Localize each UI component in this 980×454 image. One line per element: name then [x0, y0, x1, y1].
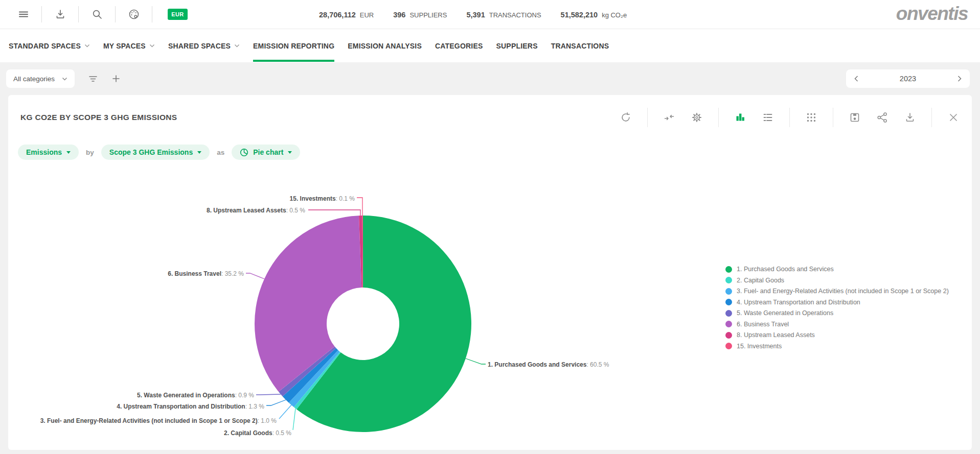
widget-title: KG CO2E BY SCOPE 3 GHG EMISSIONS: [20, 113, 177, 122]
legend-color-dot: [725, 288, 732, 295]
tab-my-spaces[interactable]: MY SPACES: [103, 29, 155, 62]
topbar: EUR 28,706,112 EUR 396 SUPPLIERS 5,391 T…: [0, 0, 980, 29]
main-nav: STANDARD SPACES MY SPACES SHARED SPACES …: [0, 29, 980, 62]
divider: [833, 108, 833, 127]
refresh-button[interactable]: [620, 111, 632, 124]
divider: [789, 108, 790, 127]
share-icon: [876, 111, 888, 124]
chevron-right-icon: [958, 76, 962, 82]
legend-label: 1. Purchased Goods and Services: [737, 266, 834, 273]
list-view-button[interactable]: [762, 111, 774, 124]
bar-chart-icon: [734, 111, 746, 124]
active-tab-underline: [253, 60, 334, 62]
download-button[interactable]: [42, 0, 78, 29]
chart-view-button[interactable]: [734, 111, 746, 124]
grid-view-button[interactable]: [805, 111, 817, 124]
legend-color-dot: [725, 266, 732, 273]
legend-label: 2. Capital Goods: [737, 277, 784, 284]
divider: [152, 6, 152, 22]
dimension-dropdown[interactable]: Scope 3 GHG Emissions: [101, 145, 210, 160]
settings-button[interactable]: [691, 111, 703, 124]
legend-label: 8. Upstream Leased Assets: [737, 331, 815, 339]
connector-by: by: [86, 149, 94, 156]
chevron-down-icon: [234, 44, 240, 47]
year-label: 2023: [900, 75, 916, 83]
tab-emission-reporting[interactable]: EMISSION REPORTING: [253, 29, 334, 62]
connector-as: as: [217, 149, 224, 156]
onventis-logo: onventis: [896, 3, 968, 25]
chevron-down-icon: [62, 77, 67, 81]
measure-dropdown[interactable]: Emissions: [18, 145, 79, 160]
legend-item[interactable]: 8. Upstream Leased Assets: [725, 331, 949, 339]
stat-co2e: 51,582,210 kg CO₂e: [561, 11, 627, 19]
widget-header: KG CO2E BY SCOPE 3 GHG EMISSIONS: [8, 95, 972, 140]
save-button[interactable]: [849, 111, 861, 124]
legend-label: 15. Investments: [737, 343, 782, 350]
close-icon: [947, 111, 960, 124]
stats-bar: 28,706,112 EUR 396 SUPPLIERS 5,391 TRANS…: [319, 0, 627, 29]
menu-button[interactable]: [5, 0, 41, 29]
collapse-button[interactable]: [663, 111, 675, 124]
legend-item[interactable]: 5. Waste Generated in Operations: [725, 309, 949, 317]
share-button[interactable]: [876, 111, 888, 124]
download-icon: [904, 111, 916, 124]
legend-item[interactable]: 3. Fuel- and Energy-Related Activities (…: [725, 288, 949, 295]
pie-chart-icon: [240, 148, 248, 157]
chevron-down-icon: [149, 44, 155, 47]
prev-year-button[interactable]: [854, 76, 858, 82]
search-button[interactable]: [79, 0, 115, 29]
download-widget-button[interactable]: [904, 111, 916, 124]
widget-toolbar: [620, 108, 960, 127]
legend-item[interactable]: 2. Capital Goods: [725, 277, 949, 284]
legend-color-dot: [725, 321, 732, 327]
divider: [647, 108, 648, 127]
divider: [931, 108, 932, 127]
query-builder: Emissions by Scope 3 GHG Emissions as Pi…: [8, 145, 972, 160]
legend-color-dot: [725, 310, 732, 317]
legend-item[interactable]: 4. Upstream Transportation and Distribut…: [725, 299, 949, 306]
legend-item[interactable]: 1. Purchased Goods and Services: [725, 266, 949, 273]
grid-dots-icon: [805, 111, 817, 124]
chevron-down-icon: [197, 151, 201, 154]
category-dropdown[interactable]: All categories: [6, 69, 75, 88]
download-icon: [54, 8, 66, 20]
list-icon: [762, 111, 774, 124]
year-selector: 2023: [846, 69, 970, 88]
close-widget-button[interactable]: [947, 111, 960, 124]
chevron-down-icon: [66, 151, 71, 154]
palette-icon: [128, 8, 140, 20]
theme-palette-button[interactable]: [116, 0, 152, 29]
chart-type-dropdown[interactable]: Pie chart: [232, 145, 300, 160]
stat-spend: 28,706,112 EUR: [319, 11, 374, 19]
add-widget-button[interactable]: [111, 74, 121, 83]
legend-item[interactable]: 15. Investments: [725, 343, 949, 350]
stat-suppliers: 396 SUPPLIERS: [393, 11, 447, 19]
legend-label: 6. Business Travel: [737, 321, 789, 328]
tab-emission-analysis[interactable]: EMISSION ANALYSIS: [348, 29, 422, 62]
gear-icon: [691, 111, 703, 124]
menu-icon: [17, 8, 30, 20]
legend-label: 5. Waste Generated in Operations: [737, 309, 833, 317]
next-year-button[interactable]: [958, 76, 962, 82]
tab-categories[interactable]: CATEGORIES: [435, 29, 483, 62]
tab-suppliers[interactable]: SUPPLIERS: [496, 29, 538, 62]
legend-color-dot: [725, 332, 732, 339]
stat-transactions: 5,391 TRANSACTIONS: [466, 11, 541, 19]
collapse-arrows-icon: [663, 111, 675, 124]
tab-standard-spaces[interactable]: STANDARD SPACES: [9, 29, 90, 62]
chevron-down-icon: [84, 44, 90, 47]
chevron-left-icon: [854, 76, 858, 82]
chevron-down-icon: [288, 151, 292, 154]
topbar-icon-group: [0, 0, 152, 29]
currency-badge[interactable]: EUR: [168, 9, 188, 20]
legend-item[interactable]: 6. Business Travel: [725, 321, 949, 328]
legend-label: 4. Upstream Transportation and Distribut…: [737, 299, 860, 306]
filter-bar: All categories 2023: [0, 62, 980, 95]
filter-button[interactable]: [88, 74, 98, 84]
divider: [718, 108, 719, 127]
legend-label: 3. Fuel- and Energy-Related Activities (…: [737, 288, 949, 295]
tab-transactions[interactable]: TRANSACTIONS: [551, 29, 609, 62]
legend-color-dot: [725, 299, 732, 305]
filter-icon: [88, 74, 98, 84]
tab-shared-spaces[interactable]: SHARED SPACES: [168, 29, 240, 62]
